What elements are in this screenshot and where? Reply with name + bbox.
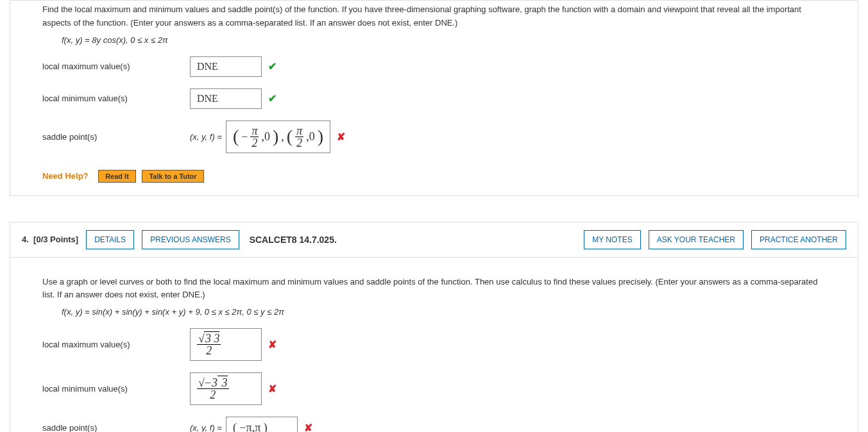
cross-icon: ✘ <box>337 131 345 143</box>
q4-local-max-label: local maximum value(s) <box>42 340 190 349</box>
read-it-button[interactable]: Read It <box>98 170 136 183</box>
question3-card: Find the local maximum and minimum value… <box>10 0 858 196</box>
check-icon: ✔ <box>268 60 277 72</box>
q4-local-min-input[interactable]: −3 32 <box>190 372 262 405</box>
q4-number: 4. <box>22 235 29 244</box>
q4-function: f(x, y) = sin(x) + sin(y) + sin(x + y) +… <box>62 307 826 317</box>
q3-saddle-input[interactable]: (−π2,0),(π2,0) <box>226 120 330 153</box>
cross-icon: ✘ <box>304 422 312 432</box>
question4-header: 4. [0/3 Points] DETAILS PREVIOUS ANSWERS… <box>10 222 858 258</box>
q3-local-min-input[interactable]: DNE <box>190 88 262 109</box>
q4-saddle-row: saddle point(s) (x, y, f) = ( −π,π ) ✘ <box>42 417 826 432</box>
question4-card: Use a graph or level curves or both to f… <box>10 258 858 432</box>
check-icon: ✔ <box>268 92 277 104</box>
q4-saddle-prefix: (x, y, f) = <box>190 423 222 432</box>
cross-icon: ✘ <box>268 383 277 395</box>
q4-saddle-label: saddle point(s) <box>42 423 190 432</box>
q4-local-max-input[interactable]: 3 32 <box>190 328 262 361</box>
need-help-label: Need Help? <box>42 171 89 181</box>
q4-local-min-row: local minimum value(s) −3 32 ✘ <box>42 372 826 405</box>
talk-tutor-button[interactable]: Talk to a Tutor <box>142 170 203 183</box>
previous-answers-button[interactable]: PREVIOUS ANSWERS <box>142 230 239 249</box>
q4-points: [0/3 Points] <box>33 235 78 244</box>
q3-saddle-prefix: (x, y, f) = <box>190 132 222 142</box>
assignment-id: SCALCET8 14.7.025. <box>250 235 337 245</box>
details-button[interactable]: DETAILS <box>86 230 134 249</box>
ask-teacher-button[interactable]: ASK YOUR TEACHER <box>649 230 744 249</box>
q3-local-min-label: local minimum value(s) <box>42 94 190 103</box>
q4-local-max-row: local maximum value(s) 3 32 ✘ <box>42 328 826 361</box>
q3-saddle-label: saddle point(s) <box>42 132 190 142</box>
practice-another-button[interactable]: PRACTICE ANOTHER <box>751 230 846 249</box>
cross-icon: ✘ <box>268 338 277 351</box>
my-notes-button[interactable]: MY NOTES <box>584 230 640 249</box>
q4-saddle-input[interactable]: ( −π,π ) <box>226 417 298 432</box>
need-help: Need Help? Read It Talk to a Tutor <box>42 170 826 183</box>
q4-local-min-label: local minimum value(s) <box>42 384 190 394</box>
q3-saddle-row: saddle point(s) (x, y, f) = (−π2,0),(π2,… <box>42 120 826 153</box>
q4-prompt: Use a graph or level curves or both to f… <box>42 273 826 303</box>
q3-local-max-label: local maximum value(s) <box>42 62 190 71</box>
q3-local-min-row: local minimum value(s) DNE ✔ <box>42 88 826 109</box>
q3-local-max-row: local maximum value(s) DNE ✔ <box>42 56 826 77</box>
q3-local-max-input[interactable]: DNE <box>190 56 262 77</box>
q3-prompt: Find the local maximum and minimum value… <box>42 1 826 30</box>
q3-function: f(x, y) = 8y cos(x), 0 ≤ x ≤ 2π <box>62 35 826 45</box>
